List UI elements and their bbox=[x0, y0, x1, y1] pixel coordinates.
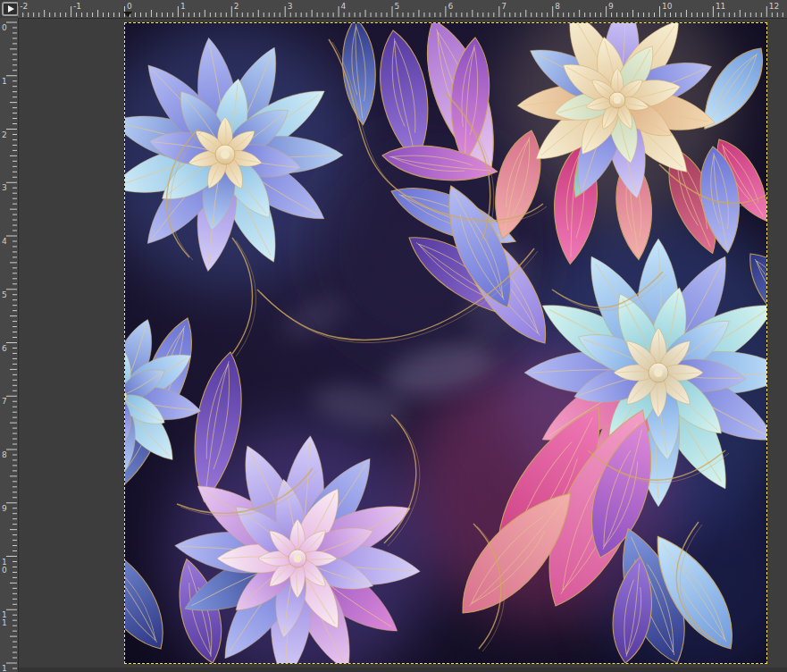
svg-text:-2: -2 bbox=[20, 2, 28, 11]
svg-text:5: 5 bbox=[395, 2, 400, 11]
vertical-ruler[interactable]: 0123456789101112 bbox=[0, 18, 19, 672]
svg-text:11: 11 bbox=[716, 2, 725, 11]
svg-text:0: 0 bbox=[2, 23, 7, 32]
svg-text:6: 6 bbox=[2, 344, 7, 353]
svg-text:-1: -1 bbox=[73, 2, 81, 11]
svg-text:0: 0 bbox=[2, 566, 7, 575]
svg-text:1: 1 bbox=[2, 664, 7, 672]
svg-text:1: 1 bbox=[180, 2, 186, 11]
ruler-corner-button[interactable] bbox=[2, 2, 19, 16]
svg-text:7: 7 bbox=[501, 2, 507, 11]
play-triangle-icon bbox=[8, 5, 14, 13]
svg-text:4: 4 bbox=[2, 237, 7, 246]
image-canvas[interactable] bbox=[124, 22, 767, 664]
svg-text:4: 4 bbox=[341, 2, 347, 11]
svg-text:3: 3 bbox=[2, 183, 7, 192]
svg-text:1: 1 bbox=[2, 77, 7, 86]
svg-text:6: 6 bbox=[448, 2, 453, 11]
window-bottom-edge bbox=[19, 668, 787, 672]
svg-text:2: 2 bbox=[234, 2, 239, 11]
svg-text:7: 7 bbox=[2, 397, 7, 406]
svg-text:3: 3 bbox=[288, 2, 293, 11]
flower-artwork bbox=[125, 23, 766, 663]
svg-text:8: 8 bbox=[555, 2, 560, 11]
svg-text:10: 10 bbox=[662, 2, 673, 11]
horizontal-ruler[interactable]: -2-10123456789101112 bbox=[18, 0, 787, 19]
svg-text:1: 1 bbox=[2, 618, 7, 627]
svg-text:0: 0 bbox=[127, 2, 132, 11]
svg-text:9: 9 bbox=[608, 2, 614, 11]
svg-text:9: 9 bbox=[2, 504, 7, 513]
ruler-position-marker bbox=[123, 12, 132, 17]
svg-text:12: 12 bbox=[769, 2, 779, 11]
svg-text:5: 5 bbox=[2, 290, 7, 299]
svg-text:8: 8 bbox=[2, 450, 7, 459]
svg-text:2: 2 bbox=[2, 130, 7, 139]
